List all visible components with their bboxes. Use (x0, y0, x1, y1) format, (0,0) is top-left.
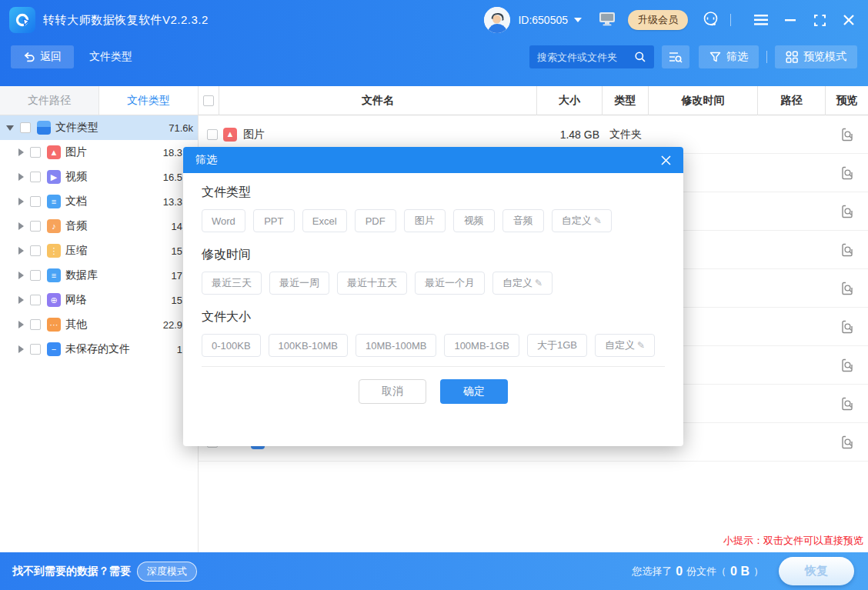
path-cell (758, 192, 826, 230)
tree-item[interactable]: ≡文档13.3 (0, 189, 198, 214)
filter-chip[interactable]: 音频 (502, 209, 544, 232)
close-icon[interactable] (839, 10, 859, 30)
monitor-icon[interactable] (599, 12, 616, 28)
tree-item[interactable]: ♪音频14 (0, 214, 198, 238)
recover-button[interactable]: 恢复 (779, 557, 854, 585)
back-button[interactable]: 返回 (11, 45, 74, 68)
tree-item[interactable]: 文件类型71.6k (0, 115, 198, 140)
tree-item[interactable]: ⋮压缩15 (0, 238, 198, 263)
checkbox[interactable] (207, 129, 218, 140)
column-filename[interactable]: 文件名 (219, 86, 537, 115)
tree-item[interactable]: ⊕网络15 (0, 288, 198, 312)
filter-button[interactable]: 筛选 (699, 45, 759, 68)
filter-chip[interactable]: 10MB-100MB (356, 334, 436, 357)
preview-icon[interactable] (840, 165, 855, 181)
expand-arrow-icon[interactable] (18, 296, 24, 304)
tree-item[interactable]: ▶视频16.5 (0, 165, 198, 189)
minimize-icon[interactable] (780, 10, 800, 30)
maximize-icon[interactable] (810, 10, 830, 30)
filter-chip[interactable]: 0-100KB (202, 334, 261, 357)
filter-chip[interactable]: PDF (355, 209, 396, 232)
checkbox[interactable] (30, 147, 41, 158)
preview-icon[interactable] (840, 204, 855, 219)
checkbox[interactable] (30, 270, 41, 281)
column-path[interactable]: 路径 (758, 86, 826, 115)
column-size[interactable]: 大小 (537, 86, 603, 115)
filter-chip[interactable]: 100KB-10MB (269, 334, 348, 357)
upgrade-member-button[interactable]: 升级会员 (628, 10, 688, 30)
filter-chip[interactable]: 大于1GB (527, 334, 587, 357)
checkbox[interactable] (30, 196, 41, 207)
collapse-arrow-icon[interactable] (6, 125, 14, 131)
checkbox[interactable] (30, 221, 41, 232)
preview-icon[interactable] (840, 396, 855, 412)
select-all-checkbox[interactable] (203, 95, 214, 106)
list-search-button[interactable] (662, 45, 689, 68)
search-input[interactable] (537, 52, 634, 63)
filter-chip[interactable]: 最近十五天 (337, 272, 407, 295)
preview-icon[interactable] (840, 435, 855, 450)
select-all-column[interactable] (199, 86, 219, 115)
expand-arrow-icon[interactable] (18, 148, 24, 156)
filter-chip[interactable]: 视频 (453, 209, 495, 232)
preview-cell (826, 231, 868, 268)
expand-arrow-icon[interactable] (18, 222, 24, 230)
filter-button-label: 筛选 (726, 50, 748, 64)
filter-dialog-footer: 取消 确定 (183, 367, 683, 404)
dialog-close-icon[interactable] (661, 155, 671, 165)
checkbox[interactable] (30, 245, 41, 256)
preview-icon[interactable] (840, 242, 855, 258)
search-box[interactable] (529, 45, 654, 68)
column-preview[interactable]: 预览 (826, 86, 868, 115)
custom-filter-chip[interactable]: 自定义✎ (552, 209, 612, 232)
tree-item-label: 网络 (65, 293, 87, 307)
tree-item[interactable]: ≡数据库17 (0, 263, 198, 288)
sidebar-tabs: 文件路径 文件类型 (0, 86, 198, 115)
filter-chip[interactable]: 最近一周 (269, 272, 329, 295)
preview-cell (826, 346, 868, 384)
filter-chip[interactable]: Word (202, 209, 245, 232)
tab-file-path[interactable]: 文件路径 (0, 86, 99, 115)
checkbox[interactable] (20, 122, 31, 133)
column-type[interactable]: 类型 (603, 86, 649, 115)
cancel-button[interactable]: 取消 (359, 379, 426, 404)
tab-file-type[interactable]: 文件类型 (99, 86, 198, 115)
expand-arrow-icon[interactable] (18, 198, 24, 205)
user-avatar[interactable] (484, 7, 510, 33)
checkbox[interactable] (30, 319, 41, 330)
customer-service-icon[interactable] (702, 10, 719, 30)
checkbox[interactable] (30, 344, 41, 355)
expand-arrow-icon[interactable] (18, 247, 24, 255)
expand-arrow-icon[interactable] (18, 173, 24, 181)
expand-arrow-icon[interactable] (18, 321, 24, 328)
filter-chip[interactable]: 最近一个月 (415, 272, 485, 295)
tree-item[interactable]: −未保存的文件1 (0, 337, 198, 362)
expand-arrow-icon[interactable] (18, 345, 24, 353)
custom-filter-chip[interactable]: 自定义✎ (595, 334, 655, 357)
preview-icon[interactable] (840, 319, 855, 335)
filter-section-title: 修改时间 (202, 246, 665, 263)
filter-chip[interactable]: PPT (253, 209, 295, 232)
preview-icon[interactable] (840, 358, 855, 373)
filter-chip[interactable]: 最近三天 (202, 272, 262, 295)
checkbox[interactable] (30, 172, 41, 182)
tree-item[interactable]: ⋯其他22.9 (0, 312, 198, 337)
deep-mode-button[interactable]: 深度模式 (137, 562, 197, 582)
confirm-button[interactable]: 确定 (440, 379, 508, 404)
search-icon[interactable] (634, 51, 646, 63)
preview-icon[interactable] (840, 127, 855, 142)
preview-icon[interactable] (840, 281, 855, 296)
expand-arrow-icon[interactable] (18, 272, 24, 279)
tree-item-count: 71.6k (169, 122, 198, 134)
column-modified[interactable]: 修改时间 (649, 86, 758, 115)
custom-filter-chip[interactable]: 自定义✎ (492, 272, 553, 295)
checkbox[interactable] (30, 295, 41, 305)
menu-icon[interactable] (751, 10, 771, 30)
filter-chip[interactable]: Excel (302, 209, 347, 232)
filter-chip[interactable]: 图片 (404, 209, 446, 232)
preview-mode-button[interactable]: 预览模式 (775, 45, 857, 68)
audio-icon: ♪ (47, 219, 61, 233)
chevron-down-icon[interactable] (574, 18, 582, 22)
tree-item[interactable]: ▲图片18.3 (0, 140, 198, 165)
filter-chip[interactable]: 100MB-1GB (444, 334, 519, 357)
